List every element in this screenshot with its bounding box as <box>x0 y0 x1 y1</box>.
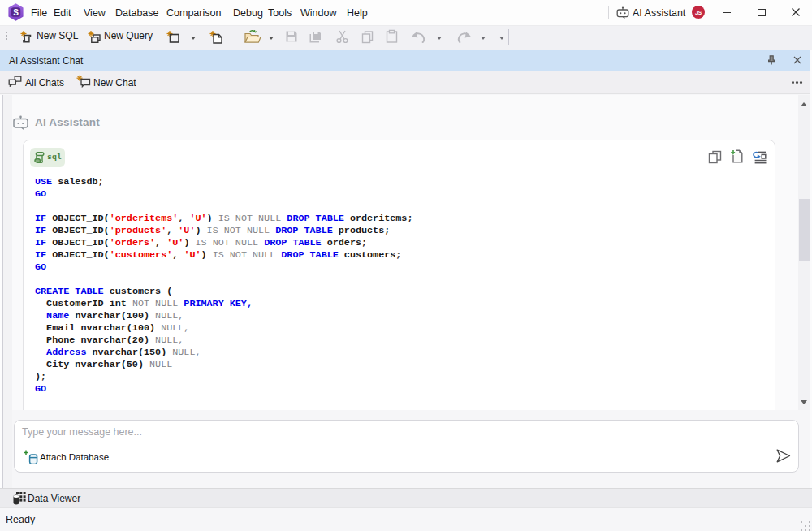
svg-text:S: S <box>13 8 19 17</box>
